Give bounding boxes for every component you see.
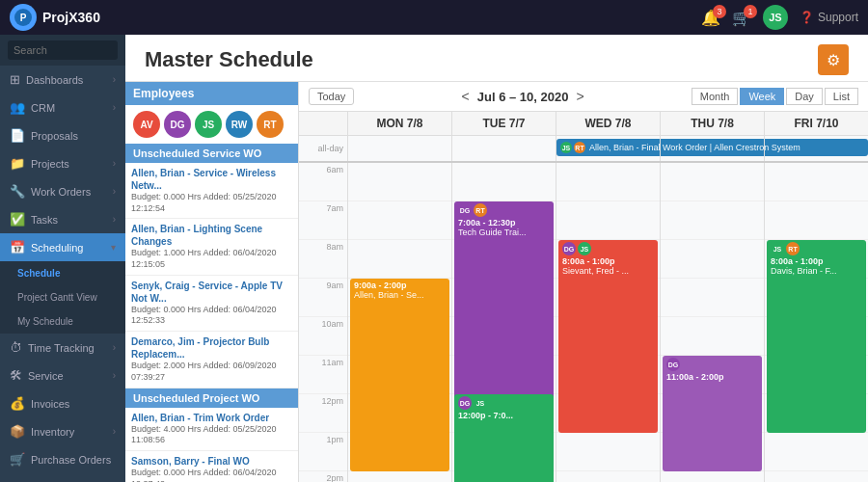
cal-event-e5[interactable]: JS RT 8:00a - 1:00p Davis, Brian - F... xyxy=(767,240,866,433)
day-header-thu: THU 7/8 xyxy=(660,112,764,135)
all-day-section: all-day JS RT Allen, Brian - Final Work … xyxy=(299,136,868,163)
crm-icon: 👥 xyxy=(10,100,25,115)
unscheduled-service-detail-1: Budget: 1.000 Hrs Added: 06/04/2020 12:1… xyxy=(131,248,292,270)
search-input[interactable] xyxy=(8,40,118,60)
header-settings-btn[interactable]: ⚙ xyxy=(818,44,849,75)
sidebar-item-service[interactable]: 🛠Service › xyxy=(0,362,125,389)
evt-avatar-dg3: DG xyxy=(562,242,576,255)
notification-badge: 3 xyxy=(713,5,726,18)
unscheduled-project-item-0[interactable]: Allen, Brian - Trim Work Order Budget: 4… xyxy=(125,408,298,451)
unscheduled-service-item-1[interactable]: Allen, Brian - Lighting Scene Changes Bu… xyxy=(125,219,298,275)
unscheduled-project-name-1: Samson, Barry - Final WO xyxy=(131,455,292,468)
unscheduled-project-item-1[interactable]: Samson, Barry - Final WO Budget: 0.000 H… xyxy=(125,451,298,482)
unscheduled-service-detail-2: Budget: 0.000 Hrs Added: 06/04/2020 12:5… xyxy=(131,305,292,327)
sidebar-item-my-schedule[interactable]: My Schedule xyxy=(0,309,125,334)
emp-avatar-rt[interactable]: RT xyxy=(257,111,284,138)
sidebar-item-invoices[interactable]: 💰Invoices xyxy=(0,389,125,417)
sidebar: ⊞Dashboards › 👥CRM › 📄Proposals 📁Project… xyxy=(0,35,125,482)
unscheduled-project-detail-1: Budget: 0.000 Hrs Added: 06/04/2020 12:3… xyxy=(131,468,292,482)
day-col-mon: 9:00a - 2:00p Allen, Brian - Se... xyxy=(347,163,451,482)
sidebar-item-schedule[interactable]: Schedule xyxy=(0,261,125,285)
projects-icon: 📁 xyxy=(10,156,25,171)
logo-text: ProjX360 xyxy=(42,10,100,25)
sidebar-item-crm[interactable]: 👥CRM › xyxy=(0,94,125,121)
day-view-btn[interactable]: Day xyxy=(786,88,823,105)
emp-avatar-js[interactable]: JS xyxy=(195,111,222,138)
day-header-mon: MON 7/8 xyxy=(347,112,451,135)
unscheduled-service-detail-3: Budget: 2.000 Hrs Added: 06/09/2020 07:3… xyxy=(131,361,292,383)
all-day-avatar-rt: RT xyxy=(574,142,585,153)
time-label-2pm: 2pm xyxy=(299,471,347,482)
sidebar-search xyxy=(0,35,125,66)
days-columns: 9:00a - 2:00p Allen, Brian - Se... xyxy=(347,163,868,482)
today-button[interactable]: Today xyxy=(309,88,354,105)
invoices-icon: 💰 xyxy=(10,396,25,411)
cart-btn[interactable]: 🛒 1 xyxy=(732,9,751,27)
unscheduled-service-name-2: Senyk, Craig - Service - Apple TV Not W.… xyxy=(131,280,292,305)
support-btn[interactable]: ❓ Support xyxy=(800,11,858,24)
unscheduled-project-name-0: Allen, Brian - Trim Work Order xyxy=(131,412,292,424)
unscheduled-service-item-0[interactable]: Allen, Brian - Service - Wireless Netw..… xyxy=(125,163,298,219)
tasks-icon: ✅ xyxy=(10,212,25,227)
unscheduled-service-item-2[interactable]: Senyk, Craig - Service - Apple TV Not W.… xyxy=(125,276,298,332)
sidebar-item-work-orders[interactable]: 🔧Work Orders › xyxy=(0,177,125,205)
sidebar-item-projects[interactable]: 📁Projects › xyxy=(0,149,125,177)
time-label-8am: 8am xyxy=(299,240,347,279)
unscheduled-service-item-3[interactable]: Demarco, Jim - Projector Bulb Replacem..… xyxy=(125,332,298,388)
sidebar-item-tasks[interactable]: ✅Tasks › xyxy=(0,205,125,233)
logo-area: P ProjX360 xyxy=(10,4,100,31)
sidebar-item-project-gantt[interactable]: Project Gantt View xyxy=(0,285,125,309)
top-nav: P ProjX360 🔔 3 🛒 1 JS ❓ Support xyxy=(0,0,868,35)
page-title: Master Schedule xyxy=(145,47,313,72)
all-day-cell-mon xyxy=(347,136,451,161)
cal-event-e4[interactable]: DG JS 12:00p - 7:0... xyxy=(454,394,554,482)
sidebar-item-inventory[interactable]: 📦Inventory › xyxy=(0,417,125,445)
time-label-6am: 6am xyxy=(299,163,347,201)
month-view-btn[interactable]: Month xyxy=(692,88,739,105)
list-view-btn[interactable]: List xyxy=(825,88,858,105)
slot-mon-8 xyxy=(348,240,451,279)
date-range-label: Jul 6 – 10, 2020 xyxy=(477,90,569,104)
work-orders-icon: 🔧 xyxy=(10,184,25,199)
sidebar-item-proposals[interactable]: 📄Proposals xyxy=(0,121,125,149)
all-day-cells: JS RT Allen, Brian - Final Work Order | … xyxy=(347,136,868,161)
unscheduled-service-detail-0: Budget: 0.000 Hrs Added: 05/25/2020 12:1… xyxy=(131,192,292,214)
cal-event-e6[interactable]: DG 11:00a - 2:00p xyxy=(663,356,762,471)
time-labels: 6am 7am 8am 9am 10am 11am 12pm 1pm 2pm 3… xyxy=(299,163,347,482)
prev-week-btn[interactable]: < xyxy=(462,89,470,104)
slot-mon-7 xyxy=(348,201,451,240)
evt-avatar-dg: DG xyxy=(458,203,472,217)
user-avatar[interactable]: JS xyxy=(763,5,788,30)
content-header: Master Schedule ⚙ xyxy=(125,35,868,82)
scheduling-submenu: Schedule Project Gantt View My Schedule xyxy=(0,261,125,334)
all-day-cell-tue xyxy=(451,136,556,161)
sidebar-item-scheduling[interactable]: 📅Scheduling ▾ xyxy=(0,233,125,261)
day-header-tue: TUE 7/7 xyxy=(451,112,556,135)
sidebar-item-dashboards[interactable]: ⊞Dashboards › xyxy=(0,66,125,94)
calendar-area: Today < Jul 6 – 10, 2020 > Month Week Da… xyxy=(299,82,868,482)
cal-event-e2[interactable]: DG JS 8:00a - 1:00p Sievant, Fred - ... xyxy=(558,240,658,433)
day-col-tue: DG RT 7:00a - 12:30p Tech Guide Trai... … xyxy=(451,163,556,482)
evt-avatar-js2: JS xyxy=(474,396,487,410)
time-label-12pm: 12pm xyxy=(299,394,347,433)
notification-bell-btn[interactable]: 🔔 3 xyxy=(701,9,720,27)
time-label-10am: 10am xyxy=(299,317,347,356)
service-icon: 🛠 xyxy=(10,368,22,383)
cal-event-e1[interactable]: DG RT 7:00a - 12:30p Tech Guide Trai... xyxy=(454,201,554,414)
sidebar-item-purchase-orders[interactable]: 🛒Purchase Orders xyxy=(0,445,125,473)
all-day-avatar-js: JS xyxy=(560,142,572,153)
day-header-wed: WED 7/8 xyxy=(556,112,660,135)
dashboards-icon: ⊞ xyxy=(10,72,20,87)
day-header-fri: FRI 7/10 xyxy=(764,112,868,135)
sidebar-item-time-tracking[interactable]: ⏱Time Tracking › xyxy=(0,334,125,362)
cal-event-e3[interactable]: 9:00a - 2:00p Allen, Brian - Se... xyxy=(350,279,449,471)
cart-badge: 1 xyxy=(744,5,757,18)
sidebar-item-product-manager[interactable]: 🏷Product Manager xyxy=(0,473,125,482)
week-view-btn[interactable]: Week xyxy=(740,88,784,105)
emp-avatar-av[interactable]: AV xyxy=(133,111,160,138)
emp-avatar-dg[interactable]: DG xyxy=(164,111,191,138)
next-week-btn[interactable]: > xyxy=(576,89,583,104)
view-buttons: Month Week Day List xyxy=(692,88,858,105)
emp-avatar-rw[interactable]: RW xyxy=(226,111,253,138)
calendar-toolbar: Today < Jul 6 – 10, 2020 > Month Week Da… xyxy=(299,82,868,112)
